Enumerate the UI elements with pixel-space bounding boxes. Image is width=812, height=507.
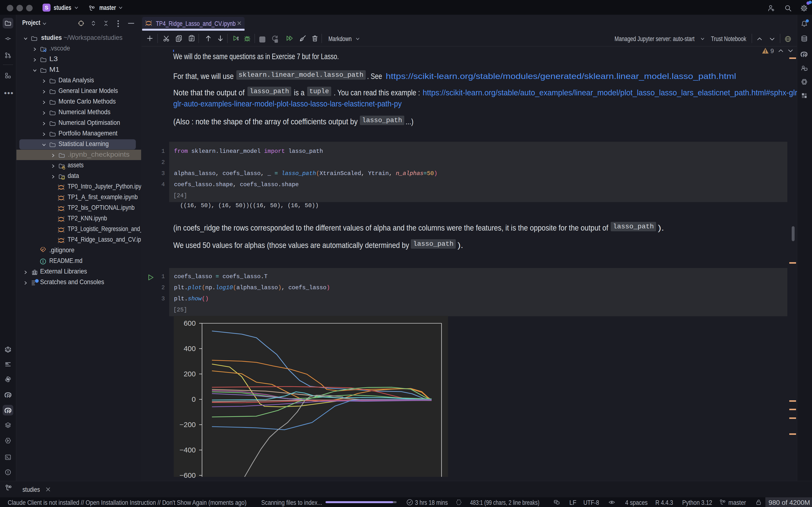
svg-text:R: R <box>7 393 10 398</box>
svg-text:R: R <box>803 52 806 58</box>
svg-text:R: R <box>7 408 10 414</box>
